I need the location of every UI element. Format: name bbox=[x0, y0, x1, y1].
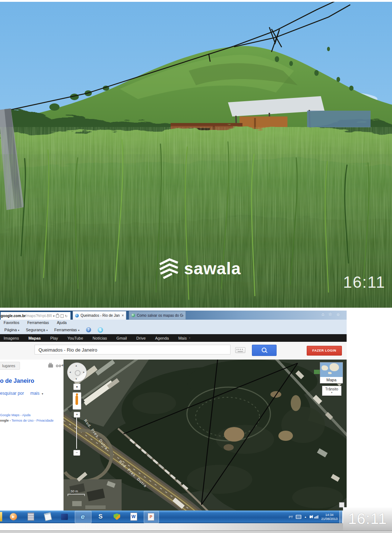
google-brand-fragment: oogle - bbox=[0, 419, 11, 422]
search-by-row: esquisar por mais ▾ bbox=[0, 391, 43, 396]
more-link[interactable]: mais ▾ bbox=[30, 391, 43, 396]
cmd-seguranca[interactable]: Segurança▾ bbox=[26, 328, 48, 332]
collapse-panel-icon[interactable]: ◀ bbox=[61, 364, 63, 367]
pegman-icon bbox=[75, 395, 78, 405]
tray-clock[interactable]: 14:34 21/08/2013 bbox=[321, 513, 338, 521]
search-row: Queimados - Rio de Janeiro FAZER LOGIN bbox=[0, 342, 347, 360]
refresh-icon[interactable]: ↻ bbox=[65, 314, 68, 318]
show-desktop-button[interactable] bbox=[339, 511, 342, 523]
caret-down-icon: ▾ bbox=[322, 391, 341, 394]
system-tray: PT ▲ 14:34 21/08/2013 bbox=[289, 511, 338, 523]
gbar-noticias[interactable]: Notícias bbox=[93, 336, 107, 340]
calculator-icon bbox=[28, 513, 34, 521]
places-tab[interactable]: lugares bbox=[0, 362, 20, 370]
tray-time: 14:34 bbox=[325, 513, 334, 517]
home-icon[interactable]: ⌂ bbox=[322, 312, 324, 317]
map-viewport[interactable]: Rod. Pres. Dutra Rod. Pres. Dutra 50 m ▴… bbox=[64, 360, 347, 511]
pan-up-icon[interactable]: ▴ bbox=[75, 364, 77, 367]
pan-left-icon[interactable]: ◂ bbox=[69, 370, 71, 374]
help-icon[interactable]: ? bbox=[86, 327, 91, 332]
map-corner-button[interactable] bbox=[339, 502, 344, 508]
address-dropdown-icon[interactable]: ▾ bbox=[53, 314, 55, 318]
cmd-ferramentas[interactable]: Ferramentas▾ bbox=[54, 328, 79, 332]
titlebar-icons: ⌂ ☆ ☼ bbox=[322, 312, 340, 317]
scale-label: 50 m bbox=[71, 489, 78, 493]
gbar-imagens[interactable]: Imagens bbox=[4, 336, 19, 340]
menu-ajuda[interactable]: Ajuda bbox=[57, 320, 67, 325]
tab-close-icon[interactable]: × bbox=[122, 313, 124, 317]
cmd-pagina[interactable]: Página▾ bbox=[4, 328, 19, 332]
search-input[interactable]: Queimados - Rio de Janeiro bbox=[34, 345, 230, 354]
login-button[interactable]: FAZER LOGIN bbox=[307, 346, 342, 356]
photo-timestamp: 16:11 bbox=[343, 273, 385, 291]
bottom-strip bbox=[0, 530, 392, 533]
gbar-youtube[interactable]: YouTube bbox=[68, 336, 83, 340]
gbar-play[interactable]: Play bbox=[50, 336, 58, 340]
satellite-map[interactable]: Rod. Pres. Dutra Rod. Pres. Dutra 50 m bbox=[64, 360, 347, 511]
keyboard-icon[interactable] bbox=[235, 347, 245, 353]
gear-icon[interactable]: ☼ bbox=[336, 312, 340, 317]
caret-down-icon: ▾ bbox=[18, 329, 19, 332]
gbar-mais[interactable]: Mais▾ bbox=[178, 336, 190, 340]
language-indicator[interactable]: PT bbox=[289, 515, 293, 519]
browser-titlebar: google.com.br/maps?hl=pt-BR ▾ ↻ Queimado… bbox=[0, 311, 347, 320]
results-sidebar: lugares ◀ o de Janeiro esquisar por mais… bbox=[0, 360, 64, 511]
network-icon[interactable] bbox=[314, 515, 318, 518]
taskbar-antivirus[interactable] bbox=[111, 511, 122, 522]
taskbar-word[interactable]: W bbox=[128, 511, 139, 522]
pan-right-icon[interactable]: ▸ bbox=[83, 370, 85, 374]
caret-down-icon: ▾ bbox=[189, 336, 190, 340]
watermark-text: sawala bbox=[184, 259, 241, 278]
gbar-agenda[interactable]: Agenda bbox=[155, 336, 169, 340]
skype-icon: S bbox=[98, 513, 102, 520]
maps-help-link[interactable]: Google Maps - Ajuda bbox=[0, 413, 30, 417]
traffic-button[interactable]: Trânsito ▾ bbox=[322, 386, 342, 396]
pan-down-icon[interactable]: ▾ bbox=[75, 377, 77, 381]
legal-links[interactable]: oogle - Termos de Uso - Privacidade bbox=[0, 419, 53, 422]
favorites-star-icon[interactable]: ☆ bbox=[328, 312, 332, 317]
gbar-gmail[interactable]: Gmail bbox=[117, 336, 127, 340]
taskbar-internet-explorer[interactable]: e bbox=[77, 511, 88, 522]
zoom-out-button[interactable]: − bbox=[73, 450, 80, 456]
tab-como-salvar[interactable]: Como salvar os mapas do Goo... bbox=[129, 311, 186, 320]
menu-ferramentas[interactable]: Ferramentas bbox=[27, 320, 49, 325]
pan-center[interactable] bbox=[75, 370, 81, 376]
taskbar-app[interactable] bbox=[59, 511, 70, 522]
zoom-in-button[interactable]: + bbox=[74, 412, 80, 418]
tray-up-arrow-icon[interactable]: ▲ bbox=[304, 516, 307, 518]
menu-favoritos[interactable]: Favoritos bbox=[4, 320, 19, 325]
speaker-icon[interactable] bbox=[310, 516, 311, 518]
windows-taskbar: ▶ e S W P PT ▲ 14:34 21/08/2013 bbox=[0, 511, 342, 523]
link-icon[interactable] bbox=[56, 365, 61, 367]
tab-title: Queimados - Rio de Janeiro... bbox=[81, 313, 120, 317]
skype-addon-icon[interactable]: S bbox=[98, 327, 103, 333]
map-type-button[interactable]: Mapa bbox=[320, 362, 343, 384]
streetview-pegman[interactable] bbox=[73, 392, 81, 410]
tab-queimados[interactable]: Queimados - Rio de Janeiro... × bbox=[73, 311, 126, 320]
tab-title: Como salvar os mapas do Goo... bbox=[137, 313, 183, 317]
taskbar-skype[interactable]: S bbox=[95, 511, 106, 522]
browser-screenshot: google.com.br/maps?hl=pt-BR ▾ ↻ Queimado… bbox=[0, 311, 347, 511]
address-bar[interactable]: google.com.br/maps?hl=pt-BR ▾ ↻ bbox=[0, 311, 71, 320]
word-icon: W bbox=[130, 513, 137, 521]
taskbar-media-player[interactable]: ▶ bbox=[8, 511, 19, 522]
search-button[interactable] bbox=[252, 345, 277, 356]
search-by-label: esquisar por bbox=[0, 391, 24, 396]
bottom-gradient-band bbox=[0, 523, 392, 530]
taskbar-office[interactable]: P bbox=[146, 511, 156, 522]
recenter-button[interactable]: ● bbox=[73, 384, 81, 390]
compatibility-icon[interactable] bbox=[61, 314, 64, 318]
center-dot-icon: ● bbox=[76, 385, 78, 389]
print-icon[interactable] bbox=[48, 364, 53, 368]
keyboard-tray-icon[interactable] bbox=[296, 515, 301, 519]
pan-control[interactable]: ▴ ▾ ◂ ▸ bbox=[67, 362, 87, 382]
zoom-slider-track[interactable] bbox=[76, 418, 77, 449]
terms-privacy-links[interactable]: Termos de Uso - Privacidade bbox=[12, 419, 54, 422]
taskbar-notepad[interactable] bbox=[42, 511, 53, 522]
gbar-mapas[interactable]: Mapas bbox=[28, 336, 41, 340]
folder-icon[interactable] bbox=[0, 512, 2, 521]
taskbar-calculator[interactable] bbox=[25, 511, 36, 522]
grass-texture-dark bbox=[0, 154, 392, 308]
caret-down-icon: ▾ bbox=[78, 329, 79, 332]
gbar-drive[interactable]: Drive bbox=[136, 336, 146, 340]
